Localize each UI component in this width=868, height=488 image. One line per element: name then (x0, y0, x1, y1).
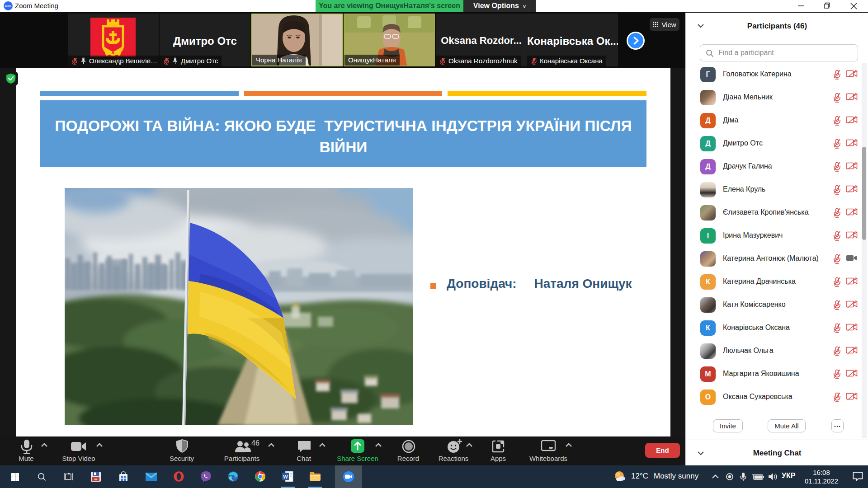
svg-text:64: 64 (94, 478, 98, 481)
svg-text:W: W (283, 474, 288, 479)
